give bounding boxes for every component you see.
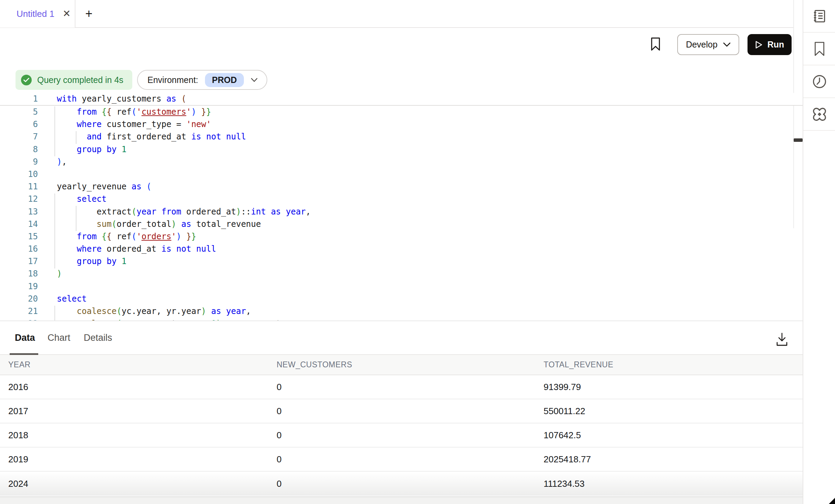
code-line: 10 <box>0 168 803 180</box>
indent-guide <box>54 306 55 321</box>
line-number: 19 <box>0 280 38 293</box>
horizontal-scrollbar[interactable] <box>0 496 803 504</box>
code-line: 20select <box>0 293 803 305</box>
line-number: 10 <box>0 168 38 180</box>
table-cell: 0 <box>268 430 535 441</box>
line-number: 15 <box>0 230 38 243</box>
code-line: 22 coalesce(yc.new_customers, 0) as new_… <box>0 317 803 321</box>
line-number: 17 <box>0 255 38 267</box>
code-line: 11yearly_revenue as ( <box>0 180 803 193</box>
sidebar-notebook-button[interactable] <box>803 0 835 33</box>
sidebar-bookmarks-button[interactable] <box>803 33 835 65</box>
table-row: 20170550011.22 <box>0 399 803 423</box>
table-row: 201902025418.77 <box>0 448 803 472</box>
line-number: 13 <box>0 206 38 218</box>
column-header: TOTAL_REVENUE <box>535 360 803 369</box>
develop-label: Develop <box>686 40 718 50</box>
download-results-button[interactable] <box>773 330 791 349</box>
code-line: 5 from {{ ref('customers') }} <box>0 106 803 118</box>
run-button[interactable]: Run <box>748 34 792 55</box>
query-status-text: Query completed in 4s <box>37 75 123 85</box>
table-row: 20240111234.53 <box>0 472 803 496</box>
code-line: 16 where ordered_at is not null <box>0 243 803 255</box>
table-cell: 550011.22 <box>535 406 803 417</box>
line-number: 5 <box>0 106 38 118</box>
code-line: 13 extract(year from ordered_at)::int as… <box>0 206 803 218</box>
line-number: 12 <box>0 193 38 205</box>
results-tab-details[interactable]: Details <box>84 333 112 343</box>
new-tab-button[interactable]: + <box>81 6 96 21</box>
table-cell: 0 <box>268 479 535 489</box>
results-tab-chart[interactable]: Chart <box>48 333 70 343</box>
code-line: 15 from {{ ref('orders') }} <box>0 230 803 243</box>
code-line: 8 group by 1 <box>0 143 803 156</box>
table-cell: 2024 <box>0 479 268 489</box>
column-header: YEAR <box>0 360 268 369</box>
line-number: 21 <box>0 305 38 317</box>
query-status-badge: Query completed in 4s <box>16 70 132 90</box>
code-line: 18) <box>0 267 803 280</box>
sql-code-editor[interactable]: 1with yearly_customers as ( 5 from {{ re… <box>0 93 803 321</box>
scrollbar-marker[interactable] <box>794 138 803 142</box>
code-line: 19 <box>0 280 803 293</box>
resize-grip-icon[interactable] <box>828 497 835 504</box>
editor-scrollbar[interactable] <box>793 0 803 228</box>
table-row: 20180107642.5 <box>0 423 803 448</box>
results-tab-data[interactable]: Data <box>15 333 35 343</box>
indent-guide <box>54 106 55 156</box>
table-cell: 2018 <box>0 430 268 441</box>
code-line: 14 sum(order_total) as total_revenue <box>0 218 803 230</box>
right-sidebar <box>803 0 835 504</box>
results-tab-bar: DataChartDetails <box>0 324 803 355</box>
line-number: 20 <box>0 293 38 305</box>
code-line: 12 select <box>0 193 803 205</box>
indent-guide <box>76 206 76 231</box>
ref-link[interactable]: customers <box>142 107 186 117</box>
line-number: 6 <box>0 118 38 130</box>
chevron-down-icon <box>251 78 258 82</box>
sticky-code-line: 1with yearly_customers as ( <box>0 93 803 106</box>
code-line: 7 and first_ordered_at is not null <box>0 130 803 143</box>
code-lines: 5 from {{ ref('customers') }}6 where cus… <box>0 106 803 321</box>
code-line: 21 coalesce(yc.year, yr.year) as year, <box>0 305 803 317</box>
results-table[interactable]: YEARNEW_CUSTOMERSTOTAL_REVENUE 201609139… <box>0 355 803 496</box>
line-number: 8 <box>0 143 38 156</box>
tab-untitled-1[interactable]: Untitled 1 ✕ <box>0 0 75 28</box>
close-icon[interactable]: ✕ <box>63 9 71 19</box>
bookmark-button[interactable] <box>650 37 661 51</box>
notebook-icon <box>812 9 827 24</box>
tab-label: Untitled 1 <box>17 9 54 19</box>
environment-label: Environment: <box>147 75 198 85</box>
check-circle-icon <box>21 75 32 85</box>
environment-value-badge: PROD <box>205 73 244 87</box>
line-number: 18 <box>0 267 38 280</box>
run-label: Run <box>767 40 784 50</box>
history-icon <box>812 74 827 89</box>
table-cell: 111234.53 <box>535 479 803 489</box>
sidebar-explore-button[interactable] <box>803 98 835 131</box>
line-number: 1 <box>0 93 38 105</box>
plus-icon: + <box>85 7 92 21</box>
code-line: 17 group by 1 <box>0 255 803 267</box>
line-number: 14 <box>0 218 38 230</box>
table-cell: 2017 <box>0 406 268 417</box>
play-icon <box>755 41 763 49</box>
line-number: 11 <box>0 180 38 193</box>
environment-selector[interactable]: Environment: PROD <box>137 70 267 90</box>
download-icon <box>775 332 789 347</box>
table-body: 2016091399.7920170550011.2220180107642.5… <box>0 375 803 496</box>
table-cell: 107642.5 <box>535 430 803 441</box>
ref-link[interactable]: orders <box>142 232 172 241</box>
develop-dropdown-button[interactable]: Develop <box>677 34 739 55</box>
code-line: 1with yearly_customers as ( <box>0 93 803 105</box>
column-header: NEW_CUSTOMERS <box>268 360 535 369</box>
bookmark-icon <box>650 37 661 51</box>
line-number: 22 <box>0 317 38 321</box>
indent-guide <box>76 131 76 144</box>
table-cell: 2025418.77 <box>535 454 803 465</box>
line-number: 9 <box>0 156 38 168</box>
sidebar-history-button[interactable] <box>803 65 835 98</box>
indent-guide <box>54 193 55 269</box>
table-cell: 0 <box>268 454 535 465</box>
bookmark-icon <box>813 41 826 56</box>
